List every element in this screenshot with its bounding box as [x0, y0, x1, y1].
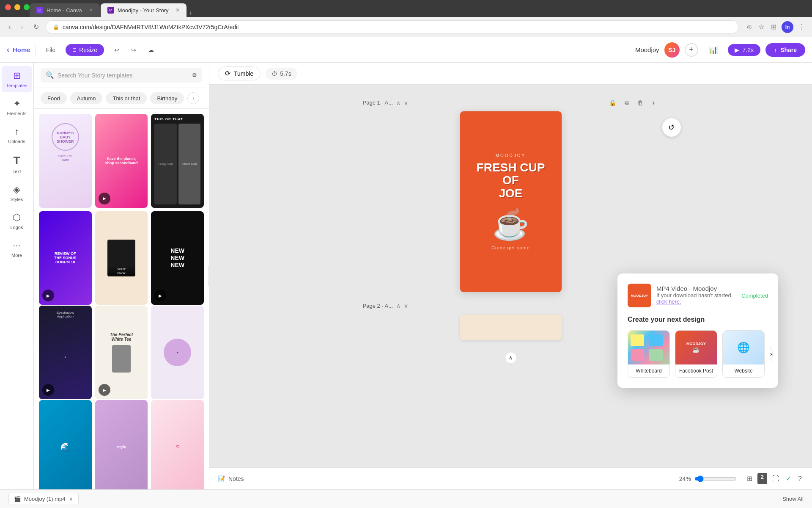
canvas-page-1[interactable]: MOODJOY FRESH CUP OF JOE ☕ Come get some — [460, 111, 562, 292]
pill-autumn[interactable]: Autumn — [70, 92, 103, 104]
browser-tab-home[interactable]: C Home - Canva ✕ — [30, 3, 100, 17]
popup-cards: Whiteboard MOODJOY☕ Facebook Post 🌐 — [628, 330, 765, 378]
pill-food[interactable]: Food — [41, 92, 67, 104]
page-1-container: Page 1 - A... ∧ ∨ 🔒 ⧉ 🗑 + — [363, 97, 659, 292]
search-bar-area: 🔍 ⚙ — [34, 63, 209, 88]
share-icon: ↑ — [774, 47, 777, 53]
sidebar-item-elements[interactable]: ✦ Elements — [2, 94, 32, 120]
popup-thumbnail: MOODJOY — [628, 284, 651, 307]
refresh-canvas-button[interactable]: ↺ — [662, 118, 681, 137]
template-card[interactable]: The PerfectWhite Tee ▶ — [95, 306, 148, 400]
play-button[interactable]: ▶ 7.2s — [728, 44, 760, 56]
sidebar-item-more[interactable]: ··· More — [2, 236, 32, 262]
popup-next-button[interactable]: › — [770, 347, 773, 361]
expand-icon: ∧ — [69, 496, 73, 502]
file-button[interactable]: File — [41, 44, 61, 56]
page-1-down-btn[interactable]: ∨ — [404, 99, 408, 106]
resize-button[interactable]: ⊡ Resize — [66, 44, 104, 56]
home-link[interactable]: ‹ Home — [7, 45, 30, 54]
expand-arrow-button[interactable]: ∧ — [505, 352, 517, 364]
tab-canva-close[interactable]: ✕ — [176, 7, 180, 13]
tumble-animation-button[interactable]: ⟳ Tumble — [218, 66, 261, 80]
minimize-button[interactable] — [14, 4, 20, 10]
template-card[interactable]: REVIEW OFTHE SONUSBONUM 10 ▶ — [39, 211, 92, 305]
user-avatar[interactable]: SJ — [664, 42, 680, 58]
popup-card-facebook[interactable]: MOODJOY☕ Facebook Post — [675, 330, 717, 378]
header-divider — [36, 45, 36, 55]
analytics-button[interactable]: 📊 — [703, 43, 723, 57]
cast-icon[interactable]: ⎋ — [746, 22, 753, 33]
page-2-up-btn[interactable]: ∧ — [396, 302, 401, 309]
redo-button[interactable]: ↪ — [126, 44, 141, 56]
logos-icon: ⬡ — [13, 212, 21, 223]
grid-view-button[interactable]: ⊞ — [745, 473, 754, 484]
page-1-copy-btn[interactable]: ⧉ — [621, 97, 632, 108]
sidebar-item-logos[interactable]: ⬡ Logos — [2, 208, 32, 234]
help-button[interactable]: ? — [796, 473, 804, 484]
pill-birthday[interactable]: Birthday — [150, 92, 184, 104]
template-card[interactable]: EyeshadowApplication ● ▶ — [39, 306, 92, 400]
star-icon[interactable]: ☆ — [757, 21, 766, 33]
sidebar-item-templates[interactable]: ⊞ Templates — [2, 66, 32, 92]
browser-tab-canva[interactable]: M Moodjoy - Your Story ✕ — [101, 3, 187, 17]
page-1-up-btn[interactable]: ∧ — [396, 99, 401, 106]
url-text: canva.com/design/DAFNVetRTV8/J1WoMZtkPXc… — [63, 24, 239, 30]
popup-card-whiteboard[interactable]: Whiteboard — [628, 330, 670, 378]
pill-this-or-that[interactable]: This or that — [106, 92, 147, 104]
page-1-lock-btn[interactable]: 🔒 — [606, 97, 620, 108]
template-card[interactable]: ♡ — [151, 400, 204, 489]
filter-icon-button[interactable]: ⚙ — [192, 72, 197, 78]
grid-icon[interactable]: ⊞ — [769, 21, 778, 33]
play-badge-2: ▶ — [154, 290, 166, 301]
popup-click-here[interactable]: click here. — [656, 298, 681, 305]
canvas-page-2[interactable] — [460, 315, 562, 340]
save-button[interactable]: ☁ — [143, 44, 159, 56]
elements-icon: ✦ — [13, 98, 21, 109]
close-button[interactable] — [5, 4, 11, 10]
search-icon: 🔍 — [46, 71, 54, 79]
canvas-subtitle: Come get some — [477, 245, 545, 250]
page-2-down-btn[interactable]: ∨ — [404, 302, 408, 309]
zoom-slider[interactable] — [694, 475, 737, 482]
sidebar-item-uploads[interactable]: ↑ Uploads — [2, 122, 32, 148]
chevron-left-icon: ‹ — [7, 45, 9, 54]
address-bar[interactable]: 🔒 canva.com/design/DAFNVetRTV8/J1WoMZtkP… — [46, 20, 739, 34]
new-tab-button[interactable]: + — [189, 9, 193, 17]
tab-home-label: Home - Canva — [47, 7, 82, 14]
template-card[interactable]: 🌊 — [39, 400, 92, 489]
pill-more[interactable]: › — [187, 92, 199, 104]
filename: Moodjoy (1).mp4 — [24, 496, 66, 502]
sidebar-item-styles[interactable]: ◈ Styles — [2, 180, 32, 206]
show-all-button[interactable]: Show All — [782, 496, 804, 502]
template-card[interactable]: NANNY'S BABYSHOWER Save TheDate — [39, 114, 92, 208]
template-card[interactable]: Save the planet,shop secondhand ▶ — [95, 114, 148, 208]
refresh-button[interactable]: ↻ — [30, 21, 42, 33]
notes-button[interactable]: 📝 Notes — [218, 475, 244, 482]
bottom-bar: 📝 Notes 24% ⊞ 2 ⛶ ✓ ? — [209, 467, 812, 489]
template-card[interactable]: SHOPNOW — [95, 211, 148, 305]
template-card[interactable]: ● — [151, 306, 204, 400]
profile-avatar[interactable]: In — [782, 21, 793, 33]
template-card[interactable]: Style — [95, 400, 148, 489]
maximize-button[interactable] — [24, 4, 30, 10]
popup-section-title: Create your next design — [628, 316, 768, 323]
template-card[interactable]: THIS OR THAT Long Hair Short Hair — [151, 114, 204, 208]
forward-button[interactable]: › — [17, 22, 26, 33]
share-button[interactable]: ↑ Share — [765, 43, 805, 57]
undo-button[interactable]: ↩ — [109, 44, 124, 56]
search-input[interactable] — [58, 72, 189, 79]
page-1-delete-btn[interactable]: 🗑 — [634, 97, 647, 108]
template-card[interactable]: NEWNEWNEW ▶ — [151, 211, 204, 305]
resize-icon: ⊡ — [72, 47, 77, 53]
back-button[interactable]: ‹ — [5, 22, 14, 33]
check-button[interactable]: ✓ — [784, 473, 793, 484]
add-button[interactable]: + — [685, 43, 698, 57]
page-1-add-btn[interactable]: + — [648, 97, 658, 108]
tab-home-close[interactable]: ✕ — [89, 7, 93, 13]
sidebar-item-text[interactable]: T Text — [2, 150, 32, 178]
fullscreen-button[interactable]: ⛶ — [771, 473, 781, 484]
status-file-item[interactable]: 🎬 Moodjoy (1).mp4 ∧ — [8, 493, 79, 505]
play-badge-4: ▶ — [99, 384, 110, 396]
popup-card-website[interactable]: 🌐 Website — [722, 330, 765, 378]
menu-icon[interactable]: ⋮ — [797, 21, 807, 33]
